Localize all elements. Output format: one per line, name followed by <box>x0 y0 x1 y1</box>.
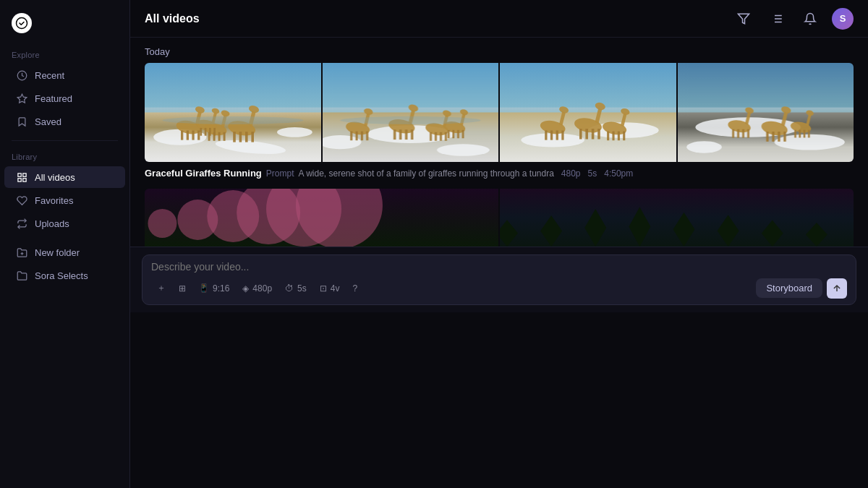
video-canvas-3 <box>500 63 676 162</box>
svg-rect-4 <box>17 178 20 181</box>
text-tool-button[interactable]: ⊞ <box>173 281 192 296</box>
prompt-input-container: ＋ ⊞ 📱 9:16 ◈ 480p ⏱ 5s <box>142 254 856 305</box>
storyboard-label: Storyboard <box>766 283 812 294</box>
folder-plus-icon <box>16 247 27 258</box>
video-canvas-1 <box>145 63 321 162</box>
sidebar-item-favorites[interactable]: Favorites <box>4 189 125 211</box>
views-value: 4v <box>331 283 340 294</box>
sidebar-divider <box>12 140 118 141</box>
library-section-label: Library <box>0 148 129 166</box>
duration-tag: 5s <box>588 168 597 179</box>
page-title: All videos <box>145 12 200 25</box>
video-canvas2-2 <box>500 189 854 247</box>
prompt-tools: ＋ ⊞ 📱 9:16 ◈ 480p ⏱ 5s <box>151 278 847 299</box>
layout-button[interactable] <box>765 7 788 30</box>
prompt-bar: ＋ ⊞ 📱 9:16 ◈ 480p ⏱ 5s <box>130 247 868 312</box>
sidebar-item-featured[interactable]: Featured <box>4 87 125 109</box>
star-icon <box>16 93 27 104</box>
clock-icon <box>16 69 27 81</box>
help-icon: ? <box>352 283 357 294</box>
views-button[interactable]: ⊡ 4v <box>314 281 346 296</box>
app-logo[interactable] <box>0 9 129 46</box>
header-actions: S <box>732 7 854 30</box>
svg-rect-2 <box>17 173 20 176</box>
video-thumb2-1[interactable] <box>145 189 498 247</box>
svg-marker-8 <box>739 14 749 24</box>
prompt-input[interactable] <box>151 261 847 273</box>
video-grid <box>145 63 854 162</box>
help-button[interactable]: ? <box>346 281 363 296</box>
header: All videos S <box>130 0 868 38</box>
video-metadata: Graceful Giraffes Running Prompt A wide,… <box>145 162 854 189</box>
submit-button[interactable] <box>827 278 847 299</box>
prompt-text: A wide, serene shot of a family of giraf… <box>299 168 554 179</box>
folder-icon <box>16 270 27 281</box>
resolution-tag: 480p <box>561 168 581 179</box>
heart-icon <box>16 194 27 206</box>
content-area: Today Graceful Giraffes Running Prompt A… <box>130 38 868 488</box>
video-canvas2-1 <box>145 189 498 247</box>
video-thumb-4[interactable] <box>678 63 854 162</box>
sidebar-item-all-videos[interactable]: All videos <box>4 166 125 188</box>
video-row2 <box>145 189 854 247</box>
user-avatar[interactable]: S <box>832 8 854 30</box>
video-canvas-2 <box>323 63 499 162</box>
filter-button[interactable] <box>732 7 755 30</box>
resolution-icon: ◈ <box>242 283 249 294</box>
add-button[interactable]: ＋ <box>151 279 171 297</box>
explore-section-label: Explore <box>0 46 129 64</box>
date-label: Today <box>130 38 868 63</box>
sidebar-item-uploads[interactable]: Uploads <box>4 213 125 234</box>
video-canvas-4 <box>678 63 854 162</box>
clock-small-icon: ⏱ <box>285 283 294 294</box>
sidebar: Explore Recent Featured Saved Library Al… <box>0 0 130 488</box>
svg-marker-1 <box>17 94 27 103</box>
video-thumb2-2[interactable] <box>500 189 854 247</box>
time-tag: 4:50pm <box>604 168 633 179</box>
views-icon: ⊡ <box>320 283 327 294</box>
upload-icon <box>16 218 27 229</box>
sidebar-item-saved[interactable]: Saved <box>4 111 125 132</box>
logo-icon <box>12 13 32 33</box>
svg-rect-5 <box>22 178 25 181</box>
video-thumb-2[interactable] <box>323 63 499 162</box>
aspect-ratio-value: 9:16 <box>213 283 229 294</box>
prompt-label: Prompt <box>266 168 294 179</box>
aspect-ratio-button[interactable]: 📱 9:16 <box>193 281 235 296</box>
notifications-button[interactable] <box>799 7 822 30</box>
svg-rect-3 <box>22 173 25 176</box>
resolution-button[interactable]: ◈ 480p <box>237 281 278 296</box>
phone-icon: 📱 <box>199 283 209 293</box>
text-icon: ⊞ <box>179 283 186 294</box>
grid-icon <box>16 171 27 183</box>
resolution-value: 480p <box>252 283 272 294</box>
duration-button[interactable]: ⏱ 5s <box>279 281 312 296</box>
main-content: All videos S Today <box>130 0 868 488</box>
bookmark-icon <box>16 116 27 127</box>
sidebar-item-sora-selects[interactable]: Sora Selects <box>4 265 125 286</box>
video-title: Graceful Giraffes Running <box>145 168 262 179</box>
video-thumb-1[interactable] <box>145 63 321 162</box>
duration-value: 5s <box>297 283 307 294</box>
sidebar-item-recent[interactable]: Recent <box>4 64 125 86</box>
storyboard-button[interactable]: Storyboard <box>756 278 822 298</box>
video-thumb-3[interactable] <box>500 63 676 162</box>
sidebar-item-new-folder[interactable]: New folder <box>4 241 125 263</box>
plus-icon: ＋ <box>157 282 166 294</box>
